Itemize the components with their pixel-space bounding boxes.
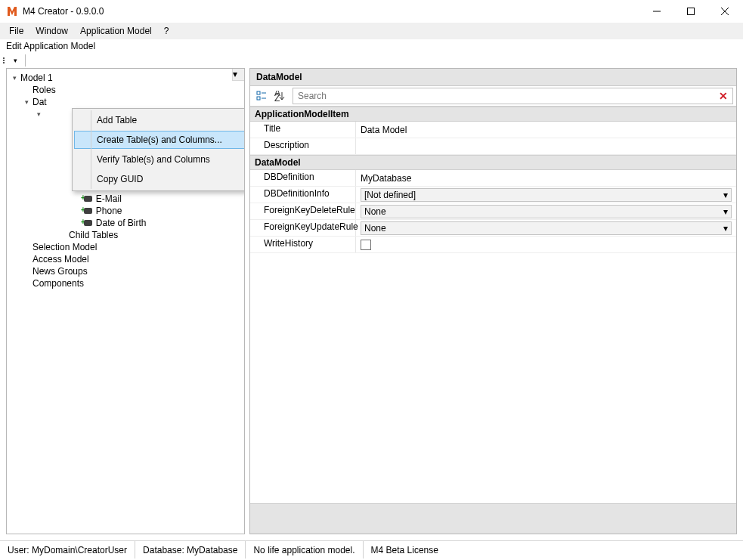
menu-bar: File Window Application Model ? [0,23,743,39]
status-license: M4 Beta License [364,541,446,558]
toolbar-dropdown-icon[interactable]: ▾ [14,57,17,64]
column-icon [84,219,93,227]
model-tree[interactable]: ▾ Model 1 Roles ▾ Dat ▾ + E-Mail + [7,69,244,292]
dropdown-text: None [364,206,386,217]
prop-name-dbdefinition: DBDefinition [250,170,356,186]
prop-name-description: Description [250,138,356,154]
column-icon [84,207,93,215]
close-button[interactable] [707,0,741,23]
property-pane: DataModel AZ ✕ ApplicationModelItem Titl… [249,68,737,534]
alphabetical-view-button[interactable]: AZ [271,88,288,104]
ctx-add-table[interactable]: Add Table [74,110,245,130]
expander-icon[interactable]: ▾ [8,72,20,84]
tree-node-dob[interactable]: Date of Birth [96,217,147,229]
prop-val-fkupdate[interactable]: None▾ [361,221,732,235]
ctx-create-tables[interactable]: Create Table(s) and Columns... [74,131,245,149]
tree-node-model[interactable]: Model 1 [20,72,53,84]
property-grid: ApplicationModelItem Title Data Model De… [250,107,736,503]
chevron-down-icon: ▾ [723,206,728,217]
prop-val-description[interactable] [356,138,736,154]
tree-node-phone[interactable]: Phone [96,205,122,217]
menu-help[interactable]: ? [158,24,175,38]
status-appmodel: No life application model. [246,541,363,558]
tree-pane: ▾ ▾ Model 1 Roles ▾ Dat ▾ + E-Mail [6,68,245,534]
prop-val-dbdefinition[interactable]: MyDatabase [356,170,736,186]
prop-name-writehistory: WriteHistory [250,237,356,252]
property-pane-title: DataModel [250,69,736,86]
prop-val-title[interactable]: Data Model [356,122,736,138]
mini-toolbar: ▾ [0,53,743,68]
app-logo-icon [6,5,18,17]
minimize-button[interactable] [639,0,673,23]
tree-node-news-groups[interactable]: News Groups [33,265,88,277]
categorized-view-button[interactable] [253,88,270,104]
section-caption: Edit Application Model [0,39,743,53]
ctx-copy-guid[interactable]: Copy GUID [74,169,245,189]
tree-node-roles[interactable]: Roles [33,84,56,96]
maximize-button[interactable] [673,0,707,23]
menu-application-model[interactable]: Application Model [74,24,158,38]
dropdown-text: [Not defined] [364,190,416,200]
prop-category-datamodel[interactable]: DataModel [250,155,736,170]
prop-val-fkdelete[interactable]: None▾ [361,205,732,218]
column-icon [84,195,93,203]
tree-node-datamodels[interactable]: Dat [33,96,47,108]
toolbar-separator [25,54,26,67]
prop-val-writehistory-checkbox[interactable] [361,240,371,250]
menu-window[interactable]: Window [29,24,74,38]
svg-rect-5 [257,97,260,100]
context-menu: Add Table Create Table(s) and Columns...… [72,108,245,191]
svg-text:Z: Z [274,93,280,101]
property-description-area [250,503,736,534]
property-search[interactable]: ✕ [293,88,733,104]
prop-name-fkdelete: ForeignKeyDeleteRule [250,203,356,219]
tree-node-email[interactable]: E-Mail [96,193,122,205]
title-bar: M4 Creator - 0.9.0.0 [0,0,743,23]
tree-node-access-model[interactable]: Access Model [33,253,89,265]
chevron-down-icon: ▾ [723,223,728,234]
prop-name-title: Title [250,122,356,138]
chevron-down-icon: ▾ [723,190,728,200]
status-bar: User: MyDomain\CreatorUser Database: MyD… [0,540,743,558]
search-input[interactable] [293,88,714,104]
tree-node-selection-model[interactable]: Selection Model [33,241,97,253]
tree-node-components[interactable]: Components [33,277,84,289]
prop-category-appitem[interactable]: ApplicationModelItem [250,107,736,122]
svg-rect-1 [687,8,694,15]
toolbar-grip-icon [3,57,12,63]
expander-icon[interactable]: ▾ [33,108,45,120]
prop-name-fkupdate: ForeignKeyUpdateRule [250,220,356,236]
prop-val-dbdefinitioninfo[interactable]: [Not defined]▾ [361,188,732,202]
svg-rect-4 [257,91,260,94]
status-user: User: MyDomain\CreatorUser [0,541,135,558]
prop-name-dbdefinitioninfo: DBDefinitionInfo [250,187,356,203]
status-database: Database: MyDatabase [135,541,246,558]
tree-node-childtables[interactable]: Child Tables [69,229,118,241]
window-title: M4 Creator - 0.9.0.0 [23,6,104,17]
ctx-verify-tables[interactable]: Verify Table(s) and Columns [74,150,245,169]
expander-icon[interactable]: ▾ [20,96,33,108]
dropdown-text: None [364,223,386,234]
clear-search-icon[interactable]: ✕ [714,90,732,102]
menu-file[interactable]: File [3,24,29,38]
